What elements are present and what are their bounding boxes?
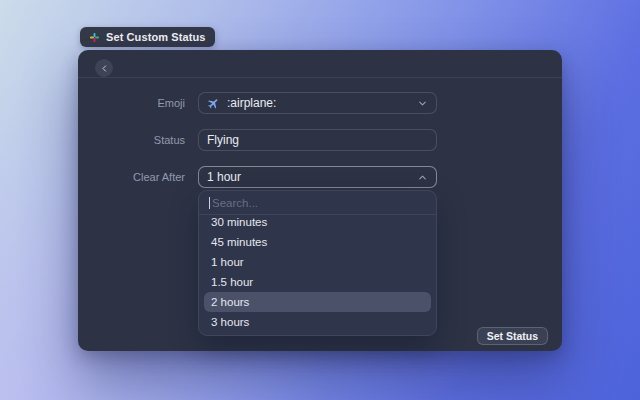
status-input[interactable]: Flying	[198, 129, 437, 151]
option-30-minutes[interactable]: 30 minutes	[204, 215, 431, 232]
chevron-down-icon	[417, 98, 428, 109]
option-3-hours[interactable]: 3 hours	[204, 312, 431, 332]
dropdown-search-input[interactable]: Search...	[199, 191, 436, 215]
set-status-button[interactable]: Set Status	[477, 327, 548, 345]
emoji-label: Emoji	[78, 92, 185, 114]
status-input-value: Flying	[207, 133, 239, 147]
status-label: Status	[78, 129, 185, 151]
back-button[interactable]	[95, 59, 113, 77]
chevron-up-icon	[417, 172, 428, 183]
option-2-hours[interactable]: 2 hours	[204, 292, 431, 312]
toast-label: Set Custom Status	[106, 31, 206, 43]
emoji-select[interactable]: :airplane:	[198, 92, 437, 114]
clear-after-label: Clear After	[78, 166, 185, 188]
clear-after-select[interactable]: 1 hour	[198, 166, 437, 188]
text-caret	[209, 197, 210, 209]
dropdown-options: 30 minutes 45 minutes 1 hour 1.5 hour 2 …	[199, 215, 436, 336]
slack-icon	[89, 32, 100, 43]
chevron-left-icon	[100, 64, 109, 73]
clear-after-select-value: 1 hour	[207, 170, 241, 184]
option-1-hour[interactable]: 1 hour	[204, 252, 431, 272]
search-placeholder: Search...	[212, 197, 258, 209]
emoji-select-value: :airplane:	[227, 96, 276, 110]
airplane-emoji-icon	[204, 94, 222, 112]
option-45-minutes[interactable]: 45 minutes	[204, 232, 431, 252]
set-custom-status-window: Emoji :airplane: Status Flying Clear Aft…	[78, 50, 562, 351]
option-1-5-hour[interactable]: 1.5 hour	[204, 272, 431, 292]
clear-after-dropdown: Search... 30 minutes 45 minutes 1 hour 1…	[198, 190, 437, 336]
toast-set-custom-status: Set Custom Status	[80, 27, 215, 47]
window-header	[78, 50, 562, 78]
